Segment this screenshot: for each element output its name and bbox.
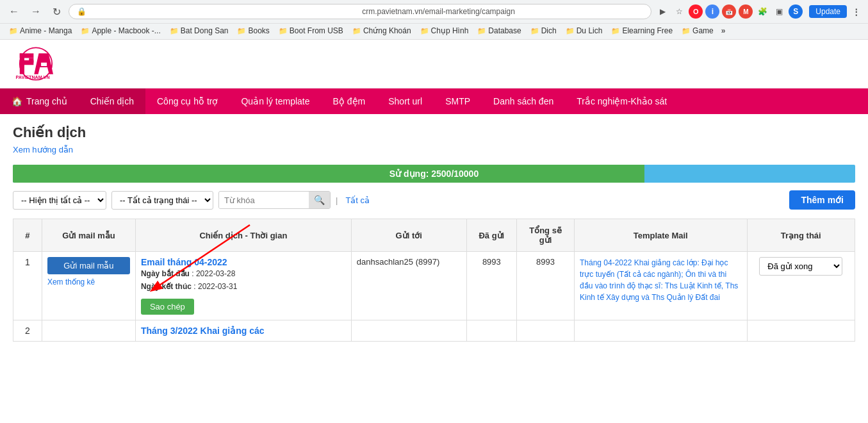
send-sample-button[interactable]: Gửi mail mẫu xyxy=(47,257,130,274)
table-wrapper: # Gửi mail mẫu Chiến dịch - Thời gian Gử… xyxy=(13,219,855,342)
user-icon[interactable]: S xyxy=(789,4,803,19)
bookmark-batdongsan[interactable]: 📁 Bat Dong San xyxy=(166,25,233,37)
col-header-sent: Đã gửi xyxy=(466,219,517,252)
cell-send-2 xyxy=(42,320,135,341)
bookmark-dich[interactable]: 📁 Dich xyxy=(527,25,561,37)
clear-filter-link[interactable]: Tất cả xyxy=(345,195,370,205)
bookmark-bootusb[interactable]: 📁 Boot From USB xyxy=(275,25,347,37)
bookmark-apple[interactable]: 📁 Apple - Macbook -... xyxy=(77,25,164,37)
table-body: 1 Gửi mail mẫu Xem thống kê Email tháng … xyxy=(13,252,855,342)
bookmark-database[interactable]: 📁 Database xyxy=(473,25,525,37)
bookmark-books[interactable]: 📁 Books xyxy=(233,25,273,37)
nav-chien-dich[interactable]: Chiến dịch xyxy=(79,88,145,114)
search-input[interactable] xyxy=(219,192,309,208)
folder-icon: 📁 xyxy=(566,27,575,35)
star-icon[interactable]: ☆ xyxy=(672,4,686,19)
cell-total: 8993 xyxy=(517,252,575,320)
nav-bo-dem-label: Bộ đệm xyxy=(333,96,366,106)
campaign-link[interactable]: Email tháng 04-2022 xyxy=(141,257,227,267)
ext-icon[interactable]: 🧩 xyxy=(755,4,769,19)
nav-danh-sach-label: Danh sách đen xyxy=(493,96,553,106)
reload-button[interactable]: ↻ xyxy=(49,4,65,19)
cell-send: Gửi mail mẫu Xem thống kê xyxy=(42,252,135,320)
folder-icon: 📁 xyxy=(170,27,179,35)
nav-trac-nghiem[interactable]: Trắc nghiệm-Khảo sát xyxy=(565,88,678,114)
start-label: Ngày bắt đầu xyxy=(141,269,190,278)
more-menu[interactable]: ⋮ xyxy=(849,6,863,18)
nav-bo-dem[interactable]: Bộ đệm xyxy=(322,88,377,114)
cast-icon[interactable]: ▶ xyxy=(655,4,669,19)
data-table: # Gửi mail mẫu Chiến dịch - Thời gian Gử… xyxy=(13,219,855,342)
bookmark-chungkhoan[interactable]: 📁 Chứng Khoán xyxy=(348,25,415,37)
calendar-icon[interactable]: 📅 xyxy=(722,4,736,19)
add-new-button[interactable]: Thêm mới xyxy=(789,190,855,210)
bookmark-label: Apple - Macbook -... xyxy=(92,26,160,35)
table-head: # Gửi mail mẫu Chiến dịch - Thời gian Gử… xyxy=(13,219,855,252)
nav-short-url[interactable]: Short url xyxy=(377,88,434,114)
nav-home[interactable]: 🏠 Trang chủ xyxy=(0,88,79,114)
nav-chien-dich-label: Chiến dịch xyxy=(90,96,134,106)
opera-icon[interactable]: O xyxy=(689,4,703,19)
folder-icon: 📁 xyxy=(237,27,246,35)
display-filter[interactable]: -- Hiện thị tất cả -- xyxy=(13,191,106,210)
guide-link[interactable]: Xem hướng dẫn xyxy=(13,145,73,154)
progress-section: Sử dụng: 2500/10000 xyxy=(13,165,855,183)
status-filter[interactable]: -- Tất cả trạng thái -- xyxy=(111,191,213,210)
bookmark-elearning[interactable]: 📁 Elearning Free xyxy=(607,25,676,37)
nav-smtp[interactable]: SMTP xyxy=(434,88,482,114)
back-button[interactable]: ← xyxy=(5,4,23,19)
bookmark-chuphinh[interactable]: 📁 Chụp Hình xyxy=(416,25,473,37)
gmail-icon[interactable]: M xyxy=(739,4,753,19)
browser-toolbar: ← → ↻ 🔒 crm.pavietnam.vn/email-marketing… xyxy=(0,0,868,23)
filters-row: -- Hiện thị tất cả -- -- Tất cả trạng th… xyxy=(13,190,855,210)
url-bar[interactable]: 🔒 crm.pavietnam.vn/email-marketing/campa… xyxy=(69,4,651,19)
cell-sendto: danhsachlan25 (8997) xyxy=(351,252,466,320)
copy-button[interactable]: Sao chép xyxy=(141,299,194,315)
stats-link[interactable]: Xem thống kê xyxy=(47,278,95,286)
start-date: 2022-03-28 xyxy=(196,269,235,278)
update-button[interactable]: Update xyxy=(809,5,847,18)
bookmarks-more[interactable]: » xyxy=(719,25,728,37)
bookmark-game[interactable]: 📁 Game xyxy=(678,25,717,37)
nav-cong-cu-label: Công cụ hỗ trợ xyxy=(157,96,218,106)
nav-danh-sach[interactable]: Danh sách đen xyxy=(482,88,565,114)
nav-short-url-label: Short url xyxy=(388,96,422,106)
search-input-wrap: 🔍 xyxy=(218,191,331,209)
site-logo[interactable]: PAVIETNAM.VN xyxy=(13,46,70,81)
nav-quan-ly[interactable]: Quản lý template xyxy=(229,88,321,114)
progress-bar-label: Sử dụng: 2500/10000 xyxy=(13,169,855,179)
nav-cong-cu[interactable]: Công cụ hỗ trợ xyxy=(145,88,229,114)
table-row: 2 Tháng 3/2022 Khai giảng các xyxy=(13,320,855,341)
bookmark-label: Game xyxy=(692,26,714,35)
bookmark-label: Boot From USB xyxy=(290,26,343,35)
end-date-colon: : xyxy=(193,282,198,291)
page-title: Chiến dịch xyxy=(13,124,855,141)
folder-icon: 📁 xyxy=(279,27,288,35)
sendto-value: danhsachlan25 (8997) xyxy=(357,257,439,267)
folder-icon: 📁 xyxy=(530,27,539,35)
bookmark-label: Dich xyxy=(541,26,557,35)
campaign-link-2[interactable]: Tháng 3/2022 Khai giảng các xyxy=(141,326,265,336)
window-icon[interactable]: ▣ xyxy=(772,4,786,19)
bookmark-label: Database xyxy=(488,26,521,35)
page-subtitle: Xem hướng dẫn xyxy=(13,145,855,154)
bookmark-label: Books xyxy=(248,26,269,35)
nav-home-label: Trang chủ xyxy=(26,96,67,106)
search-button[interactable]: 🔍 xyxy=(309,192,330,208)
nav-quan-ly-label: Quản lý template xyxy=(241,96,309,106)
cell-campaign: Email tháng 04-2022 Ngày bắt đầu : 2022-… xyxy=(135,252,351,320)
col-header-sendto: Gửi tới xyxy=(351,219,466,252)
col-header-num: # xyxy=(13,219,42,252)
profile-icon[interactable]: i xyxy=(705,4,719,19)
bookmark-dulich[interactable]: 📁 Du Lich xyxy=(562,25,607,37)
site-header: PAVIETNAM.VN xyxy=(0,40,868,88)
nav-trac-nghiem-label: Trắc nghiệm-Khảo sát xyxy=(577,96,667,106)
bookmark-label: Du Lich xyxy=(577,26,603,35)
folder-icon: 📁 xyxy=(611,27,620,35)
status-select[interactable]: Đã gửi xong Đang gửi Chờ gửi Tạm dừng xyxy=(759,257,842,276)
bookmark-anime[interactable]: 📁 Anime - Manga xyxy=(5,25,76,37)
forward-button[interactable]: → xyxy=(27,4,45,19)
progress-bar-container: Sử dụng: 2500/10000 xyxy=(13,165,855,183)
cell-num: 1 xyxy=(13,252,42,320)
folder-icon: 📁 xyxy=(682,27,691,35)
